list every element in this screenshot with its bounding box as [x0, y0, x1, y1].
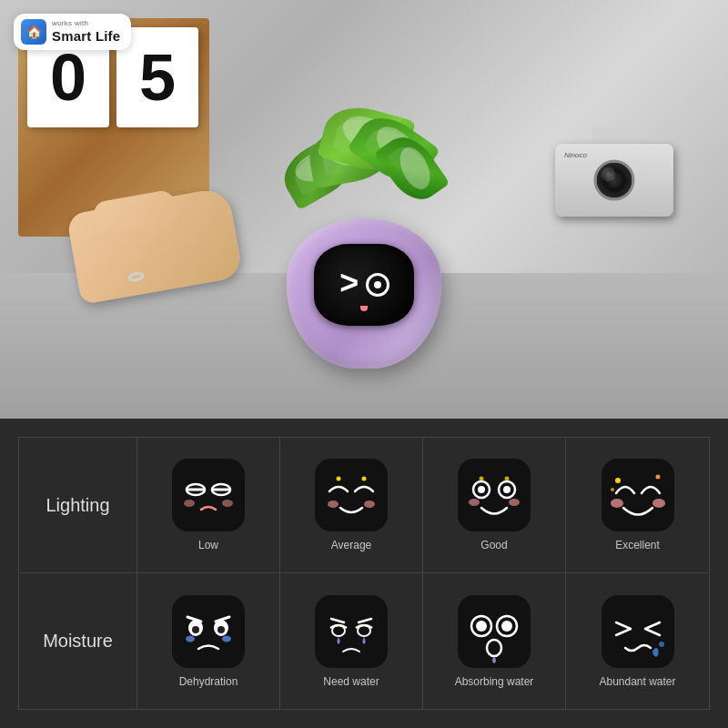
- svg-point-7: [364, 500, 375, 508]
- moisture-label: Moisture: [19, 573, 137, 709]
- moisture-abundant-face: [605, 599, 671, 664]
- smart-life-icon: 🏠: [21, 19, 46, 45]
- camera: Ninoco: [555, 127, 673, 214]
- smart-life-text-group: works with Smart Life: [52, 19, 120, 45]
- moisture-dehydration-face: [176, 599, 241, 664]
- lighting-excellent-face: [605, 462, 671, 528]
- lighting-good-label: Good: [480, 539, 507, 551]
- svg-point-22: [611, 488, 614, 491]
- svg-point-30: [222, 635, 231, 642]
- robot-face: >: [314, 244, 414, 326]
- face-greater-sign: >: [339, 267, 358, 299]
- moisture-abundant-cell: Abundant water: [566, 573, 709, 709]
- moisture-absorbing-cell: Absorbing water: [423, 573, 566, 709]
- svg-point-18: [611, 499, 623, 508]
- lighting-good-cell: Good: [423, 438, 566, 572]
- moisture-need-water-cell: Need water: [280, 573, 423, 709]
- lighting-low-icon: [172, 459, 245, 531]
- svg-point-29: [186, 635, 195, 642]
- face-eye-dot: [374, 281, 381, 288]
- moisture-abundant-label: Abundant water: [599, 675, 675, 688]
- moisture-items-row: Dehydration: [137, 573, 709, 709]
- face-mouth: [360, 306, 368, 311]
- svg-point-13: [503, 486, 511, 493]
- moisture-dehydration-icon: [172, 595, 245, 668]
- moisture-absorbing-label: Absorbing water: [455, 675, 534, 688]
- svg-point-27: [192, 626, 199, 633]
- svg-line-31: [331, 619, 344, 622]
- plant-pot-container: >: [273, 91, 455, 369]
- svg-point-21: [655, 475, 660, 480]
- svg-point-6: [328, 500, 339, 508]
- lighting-low-face: [176, 462, 241, 528]
- svg-point-9: [362, 477, 367, 481]
- lighting-average-icon: [315, 459, 388, 531]
- svg-point-11: [478, 486, 485, 493]
- svg-point-34: [358, 625, 370, 636]
- smart-life-badge: 🏠 works with Smart Life: [14, 14, 131, 50]
- moisture-absorbing-icon: [458, 595, 531, 668]
- smart-life-title: Smart Life: [52, 28, 120, 45]
- lighting-average-face: [318, 462, 384, 528]
- lighting-average-cell: Average: [280, 438, 423, 572]
- lighting-good-icon: [458, 459, 531, 531]
- lighting-excellent-icon: [602, 459, 674, 531]
- camera-top: [592, 127, 637, 144]
- moisture-dehydration-label: Dehydration: [179, 675, 238, 688]
- moisture-dehydration-cell: Dehydration: [137, 573, 280, 709]
- lighting-label: Lighting: [19, 438, 137, 573]
- moisture-need-water-label: Need water: [323, 675, 379, 688]
- svg-point-4: [184, 500, 195, 507]
- svg-point-38: [501, 621, 512, 632]
- svg-point-28: [217, 626, 225, 633]
- moisture-abundant-icon: [602, 595, 674, 668]
- svg-point-5: [222, 500, 233, 507]
- svg-point-16: [480, 477, 484, 481]
- lighting-average-label: Average: [331, 539, 371, 551]
- svg-point-15: [509, 499, 520, 506]
- svg-point-20: [615, 478, 621, 483]
- camera-body: Ninoco: [555, 144, 673, 217]
- camera-brand: Ninoco: [564, 151, 587, 159]
- svg-point-33: [332, 625, 345, 636]
- svg-point-14: [469, 499, 480, 506]
- face-eye-circle: [366, 273, 389, 297]
- svg-point-40: [659, 642, 664, 647]
- camera-lens: [594, 160, 635, 201]
- lighting-excellent-label: Excellent: [615, 539, 660, 551]
- robot-pot: >: [287, 218, 441, 369]
- info-section: Lighting: [0, 419, 728, 728]
- lighting-good-face: [461, 462, 527, 528]
- lighting-low-cell: Low: [137, 438, 280, 572]
- svg-point-17: [505, 477, 510, 481]
- works-with-label: works with: [52, 19, 120, 28]
- svg-point-19: [652, 499, 665, 508]
- svg-point-36: [476, 621, 487, 632]
- hero-image: 0 5 Ninoco >: [0, 0, 728, 419]
- moisture-absorbing-face: [461, 599, 527, 664]
- moisture-need-water-icon: [315, 595, 388, 668]
- lighting-excellent-cell: Excellent: [566, 438, 709, 572]
- ring: [127, 271, 145, 283]
- moisture-need-water-face: [318, 599, 384, 664]
- lighting-items-row: Low: [137, 438, 709, 573]
- lighting-low-label: Low: [198, 539, 218, 551]
- face-expression: >: [339, 270, 389, 299]
- svg-point-39: [487, 640, 501, 656]
- plant-leaves: [273, 91, 455, 237]
- info-grid: Lighting: [18, 437, 710, 710]
- svg-point-8: [337, 477, 341, 481]
- svg-line-32: [359, 619, 371, 622]
